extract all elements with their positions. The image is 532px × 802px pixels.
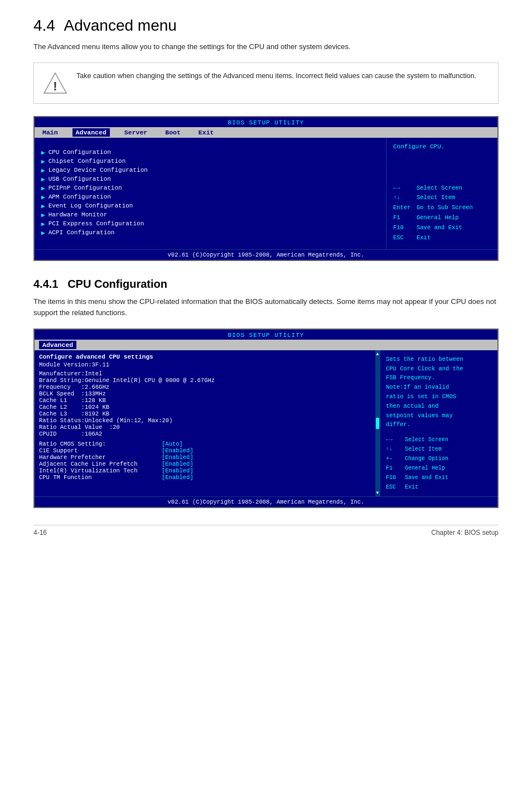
bios-item-eventlog[interactable]: ▶Event Log Configuration <box>41 202 379 210</box>
bios2-keys: ←→Select Screen ↑↓Select Item +-Change O… <box>386 435 492 492</box>
bios2-configure-title: Configure advanced CPU settings <box>39 354 371 360</box>
bios-screen-1: BIOS SETUP UTILITY Main Advanced Server … <box>33 116 499 261</box>
bios2-cache-l2: Cache L2 :1024 KB <box>39 404 371 410</box>
bios-header-2: BIOS SETUP UTILITY <box>35 330 497 340</box>
footer-chapter: Chapter 4: BIOS setup <box>431 529 499 537</box>
intro-text: The Advanced menu items allow you to cha… <box>33 41 499 52</box>
bios2-cpuid: CPUID :106A2 <box>39 431 371 437</box>
bios2-ratio-actual: Ratio Actual Value :20 <box>39 424 371 431</box>
scroll-down-icon[interactable]: ▼ <box>376 490 379 495</box>
bios-menu-main[interactable]: Main <box>39 128 61 137</box>
warning-icon: ! <box>43 71 67 95</box>
bios2-hw-prefetch[interactable]: Hardware Prefetcher [Enabled] <box>39 454 371 461</box>
bios2-frequency: Frequency :2.66GHz <box>39 384 371 390</box>
bios2-right-panel: Sets the ratio betweenCPU Core Clock and… <box>380 350 497 496</box>
bios2-menu-advanced[interactable]: Advanced <box>39 341 76 349</box>
svg-text:!: ! <box>53 79 57 93</box>
bios2-ratio-status: Ratio Status:Unlocked (Min:12, Max:20) <box>39 417 371 424</box>
scroll-thumb[interactable] <box>376 418 379 429</box>
bios2-cache-l1: Cache L1 :128 KB <box>39 397 371 404</box>
bios-left-panel-1: ▶CPU Configuration ▶Chipset Configuratio… <box>35 138 386 249</box>
bios-item-chipset[interactable]: ▶Chipset Configuration <box>41 158 379 165</box>
bios-footer-2: v02.61 (C)Copyright 1985-2008, American … <box>35 496 497 507</box>
bios2-cache-l3: Cache L3 :8192 KB <box>39 410 371 417</box>
bios-menu-boot[interactable]: Boot <box>162 128 184 137</box>
footer-page-num: 4-16 <box>33 529 47 537</box>
bios-help-text-1: Configure CPU. <box>393 143 491 150</box>
bios-item-pciexpress[interactable]: ▶PCI Exppress Configuration <box>41 220 379 228</box>
bios-menu-server[interactable]: Server <box>121 128 151 137</box>
warning-box: ! Take caution when changing the setting… <box>33 62 499 104</box>
bios-right-panel-1: Configure CPU. ←→Select Screen ↑↓Select … <box>386 138 497 249</box>
bios2-cpu-tm[interactable]: CPU TM Function [Enabled] <box>39 474 371 481</box>
subsection-title: 4.4.1 CPU Configuration <box>33 278 499 291</box>
bios2-vt[interactable]: Intel(R) Virtualization Tech [Enabled] <box>39 467 371 474</box>
bios-item-pcipnp[interactable]: ▶PCIPnP Configuration <box>41 185 379 192</box>
bios-menubar-2: Advanced <box>35 340 497 350</box>
bios-menubar-1: Main Advanced Server Boot Exit <box>35 127 497 138</box>
bios2-left-panel: Configure advanced CPU settings Module V… <box>35 350 375 496</box>
bios-menu-advanced[interactable]: Advanced <box>72 128 110 137</box>
page-footer: 4-16 Chapter 4: BIOS setup <box>33 525 499 537</box>
bios2-ratio-setting[interactable]: Ratio CMOS Setting: [Auto] <box>39 441 371 447</box>
bios2-c1e[interactable]: C1E Support [Enabled] <box>39 447 371 454</box>
scroll-up-icon[interactable]: ▲ <box>376 351 379 356</box>
bios-screen-2: BIOS SETUP UTILITY Advanced Configure ad… <box>33 328 499 508</box>
bios2-module-ver: Module Version:3F.11 <box>39 361 371 368</box>
bios-item-usb[interactable]: ▶USB Configuration <box>41 176 379 183</box>
bios-item-acpi[interactable]: ▶ACPI Configuration <box>41 229 379 236</box>
bios-menu-exit[interactable]: Exit <box>195 128 217 137</box>
bios-item-legacy[interactable]: ▶Legacy Device Configuration <box>41 167 379 174</box>
warning-text: Take caution when changing the settings … <box>76 71 476 81</box>
bios2-body: Configure advanced CPU settings Module V… <box>35 350 497 496</box>
bios-item-cpu[interactable]: ▶CPU Configuration <box>41 149 379 156</box>
bios-item-hwmonitor[interactable]: ▶Hardware Monitor <box>41 211 379 219</box>
bios2-scrollbar[interactable]: ▲ ▼ <box>375 350 380 496</box>
bios2-manufacturer: Manufacturer:Intel <box>39 370 371 377</box>
bios2-adj-cache[interactable]: Adjacent Cache Line Prefetch [Enabled] <box>39 461 371 467</box>
bios-header-1: BIOS SETUP UTILITY <box>35 117 497 127</box>
bios-item-apm[interactable]: ▶APM Configuration <box>41 194 379 201</box>
bios2-help-text: Sets the ratio betweenCPU Core Clock and… <box>386 355 492 429</box>
section-title: 4.4 Advanced menu <box>33 17 499 35</box>
bios-body-1: ▶CPU Configuration ▶Chipset Configuratio… <box>35 138 497 249</box>
bios-footer-1: v02.61 (C)Copyright 1985-2008, American … <box>35 249 497 260</box>
bios-keys-1: ←→Select Screen ↑↓Select Item EnterGo to… <box>393 183 491 243</box>
subsection-intro: The items in this menu show the CPU-rela… <box>33 296 499 318</box>
bios2-brand: Brand String:Genuine Intel(R) CPU @ 0000… <box>39 377 371 384</box>
bios2-bclk: BCLK Speed :133MHz <box>39 390 371 397</box>
